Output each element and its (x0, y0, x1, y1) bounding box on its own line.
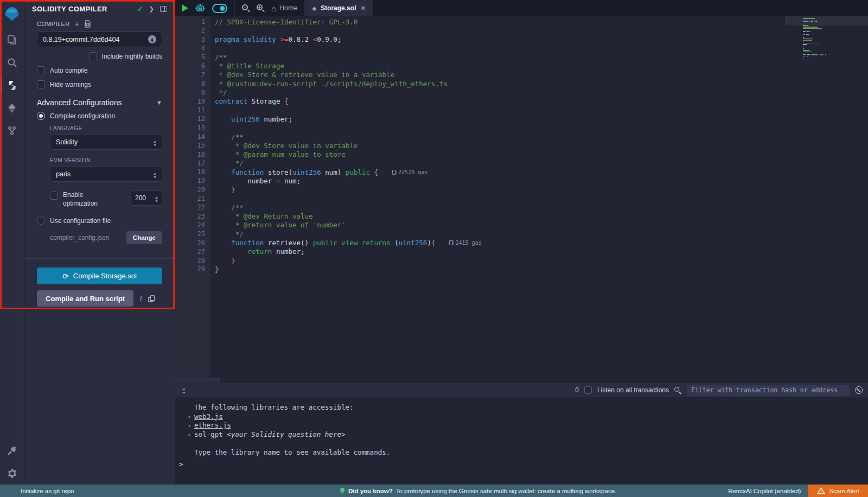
code-line[interactable]: 3pragma solidity >=0.8.2 <0.9.0; (175, 35, 868, 44)
code-line[interactable]: 15 * @dev Store value in variable (175, 141, 868, 150)
solidity-compiler-panel: SOLIDITY COMPILER ✓ ❯ COMPILER + 0.8.19+… (24, 0, 175, 485)
code-line[interactable]: 21 (175, 194, 868, 203)
split-view-icon[interactable] (160, 6, 167, 12)
search-sidebar-icon[interactable] (0, 51, 24, 74)
code-line[interactable]: 26 function retrieve() public view retur… (175, 238, 868, 247)
use-configuration-file-radio-row[interactable]: Use configuration file (37, 216, 162, 225)
deploy-and-run-icon[interactable] (0, 97, 24, 119)
terminal-library-link[interactable]: ethers.js (194, 421, 231, 429)
listen-all-transactions-label: Listen on all transactions (597, 386, 669, 394)
code-line[interactable]: 8 * @custom:dev-run-script ./scripts/dep… (175, 79, 868, 88)
include-nightly-checkbox-row[interactable]: Include nightly builds (37, 52, 162, 60)
compiler-configuration-radio-row[interactable]: Compiler configuration (37, 112, 162, 120)
enable-optimization-checkbox[interactable] (50, 192, 58, 200)
chevron-right-icon[interactable]: ❯ (149, 5, 154, 12)
clear-terminal-icon[interactable] (855, 386, 863, 394)
code-line[interactable]: 11 (175, 106, 868, 114)
settings-gear-icon[interactable] (0, 462, 24, 485)
terminal-library-item[interactable]: web3.js (188, 412, 868, 422)
code-line[interactable]: 1// SPDX-License-Identifier: GPL-3.0 (175, 17, 868, 26)
init-git-repo-button[interactable]: Initialize as git repo (0, 488, 228, 494)
line-number: 4 (175, 44, 205, 52)
code-line[interactable]: 5/** (175, 53, 868, 61)
code-line[interactable]: 14 /** (175, 132, 868, 141)
use-configuration-file-radio[interactable] (37, 216, 45, 225)
copilot-toggle-switch[interactable] (212, 4, 227, 13)
change-config-button[interactable]: Change (126, 231, 162, 244)
listen-all-transactions-checkbox[interactable] (584, 386, 592, 394)
evm-version-select[interactable]: paris ▴▾ (50, 166, 162, 182)
code-line[interactable]: 2 (175, 26, 868, 35)
copy-icon[interactable] (148, 295, 155, 302)
code-line[interactable]: 19 number = num; (175, 176, 868, 185)
transaction-filter-input[interactable] (687, 385, 850, 396)
load-compiler-file-icon[interactable] (84, 20, 91, 28)
line-number: 15 (175, 142, 205, 149)
code-line[interactable]: 7 * @dev Store & retrieve value in a var… (175, 71, 868, 79)
language-select[interactable]: Solidity ▴▾ (50, 134, 162, 150)
code-line[interactable]: 28 } (175, 256, 868, 265)
home-tab-button[interactable]: ⌂ Home (271, 4, 297, 13)
code-line[interactable]: 23 * @dev Return value (175, 212, 868, 221)
terminal-collapse-icon[interactable]: ⌄⌄ (181, 387, 186, 393)
scam-alert-button[interactable]: Scam Alert (808, 485, 868, 497)
add-compiler-icon[interactable]: + (75, 20, 80, 28)
line-number: 10 (175, 98, 205, 105)
include-nightly-checkbox[interactable] (89, 52, 97, 60)
auto-compile-checkbox[interactable] (37, 66, 45, 74)
code-line[interactable]: 22 /** (175, 203, 868, 212)
plugin-manager-icon[interactable] (0, 439, 24, 462)
code-line[interactable]: 6 * @title Storage (175, 61, 868, 70)
terminal-library-list: web3.jsethers.jssol-gpt <your Solidity q… (188, 412, 868, 439)
editor-minimap[interactable] (785, 16, 868, 81)
terminal-prompt[interactable]: > (179, 460, 183, 468)
line-number: 25 (175, 230, 205, 238)
code-line[interactable]: 18 function store(uint256 num) public {2… (175, 168, 868, 176)
code-line[interactable]: 4 (175, 44, 868, 53)
hide-warnings-checkbox[interactable] (37, 80, 45, 88)
code-line[interactable]: 13 (175, 124, 868, 132)
ai-copilot-robot-icon[interactable] (195, 3, 206, 14)
code-line[interactable]: 9 */ (175, 88, 868, 97)
zoom-out-icon[interactable]: − (242, 4, 250, 12)
compiler-configuration-radio[interactable] (37, 112, 45, 120)
line-number: 11 (175, 106, 205, 114)
tab-close-icon[interactable]: ✕ (360, 4, 366, 12)
code-line[interactable]: 20 } (175, 186, 868, 194)
remix-logo-icon[interactable] (0, 0, 24, 28)
code-line[interactable]: 24 * @return value of 'number' (175, 221, 868, 230)
did-you-know-text: To prototype using the Gnosis safe multi… (396, 488, 617, 494)
storage-sol-tab[interactable]: ◆ Storage.sol ✕ (305, 0, 372, 16)
horizontal-scrollbar-thumb[interactable] (175, 378, 220, 383)
code-line[interactable]: 27 return number; (175, 247, 868, 256)
run-script-play-button[interactable] (182, 4, 188, 12)
line-number: 18 (175, 168, 205, 176)
auto-compile-checkbox-row[interactable]: Auto compile (37, 66, 162, 74)
file-explorer-icon[interactable] (0, 28, 24, 51)
solidity-compiler-icon[interactable] (0, 74, 24, 97)
minimap-slider[interactable] (785, 16, 868, 26)
zoom-in-icon[interactable]: + (257, 4, 265, 12)
terminal-library-link[interactable]: web3.js (194, 412, 223, 420)
copilot-status[interactable]: RemixAI Copilot (enabled) (728, 488, 808, 494)
code-line[interactable]: 12 uint256 number; (175, 114, 868, 123)
code-line[interactable]: 29} (175, 265, 868, 273)
advanced-configurations-toggle[interactable]: Advanced Configurations ▼ (37, 98, 162, 107)
refresh-icon: ⟳ (62, 272, 69, 281)
code-text: * @dev Return value (205, 212, 313, 220)
code-editor[interactable]: 1// SPDX-License-Identifier: GPL-3.023pr… (175, 16, 868, 383)
info-icon[interactable]: i (140, 295, 142, 303)
optimization-runs-input[interactable]: 200 ▴▾ (131, 190, 162, 206)
compile-success-check-icon: ✓ (137, 5, 143, 13)
terminal-library-item[interactable]: ethers.js (188, 421, 868, 430)
code-line[interactable]: 17 */ (175, 159, 868, 168)
compile-and-run-button[interactable]: Compile and Run script (37, 290, 133, 307)
code-line[interactable]: 16 * @param num value to store (175, 150, 868, 158)
git-icon[interactable] (0, 119, 24, 142)
compile-button[interactable]: ⟳ Compile Storage.sol (37, 267, 162, 284)
hide-warnings-checkbox-row[interactable]: Hide warnings (37, 80, 162, 88)
compiler-version-select[interactable]: 0.8.19+commit.7dd6d404 ▲▼ (37, 31, 162, 47)
runs-stepper-icon[interactable]: ▴▾ (155, 195, 158, 201)
code-line[interactable]: 10contract Storage { (175, 97, 868, 106)
code-line[interactable]: 25 */ (175, 230, 868, 238)
